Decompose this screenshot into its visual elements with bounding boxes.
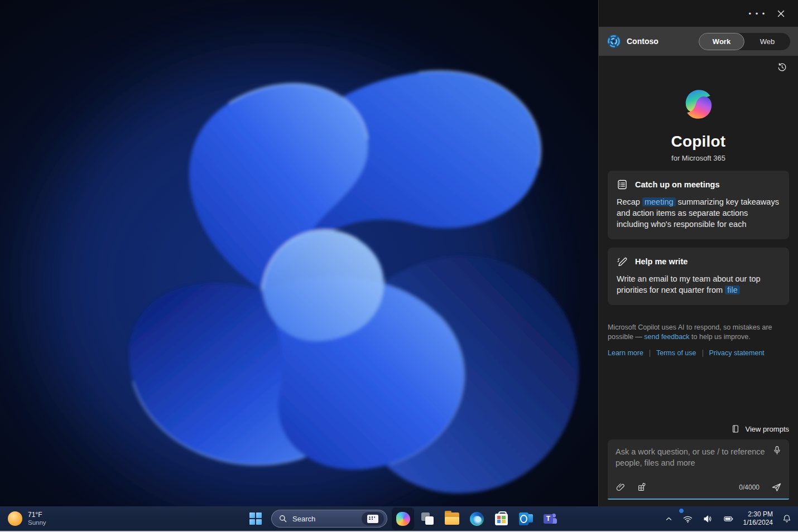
- file-explorer-icon: [445, 512, 459, 525]
- wifi-icon: [682, 514, 693, 524]
- search-highlight-icon: [367, 515, 378, 523]
- search-icon: [278, 514, 287, 523]
- card-head: Catch up on meetings: [617, 179, 780, 190]
- char-counter: 0/4000: [739, 483, 759, 491]
- prompt-card-write[interactable]: Help me write Write an email to my team …: [608, 248, 789, 305]
- network-button[interactable]: [680, 509, 696, 529]
- taskbar: 71°F Sunny Search: [0, 506, 798, 532]
- taskbar-center: Search: [244, 506, 561, 531]
- store-button[interactable]: [490, 507, 512, 530]
- search-highlight-badge: [362, 512, 384, 525]
- attach-button[interactable]: [616, 482, 626, 492]
- more-icon: • • •: [749, 10, 766, 17]
- weather-condition: Sunny: [28, 519, 46, 526]
- paperclip-icon: [616, 482, 626, 492]
- copilot-panel: • • • Contoso Work Web: [598, 0, 798, 506]
- panel-body: Copilot for Microsoft 365 Catch up on me…: [599, 56, 798, 506]
- hero: Copilot for Microsoft 365: [608, 86, 789, 162]
- close-icon: [777, 9, 785, 18]
- pencil-icon: [617, 256, 628, 267]
- network-status-badge: [679, 508, 684, 514]
- copilot-title: Copilot: [608, 133, 789, 151]
- plugins-button[interactable]: [637, 482, 647, 492]
- prompt-card-meetings[interactable]: Catch up on meetings Recap meeting summa…: [608, 171, 789, 239]
- system-tray: 2:30 PM 1/16/2024: [662, 506, 795, 531]
- history-row: [608, 56, 789, 74]
- history-button[interactable]: [775, 60, 789, 74]
- teams-button[interactable]: T: [539, 507, 561, 530]
- plugins-grid-icon: [637, 482, 647, 492]
- task-view-button[interactable]: [416, 507, 439, 530]
- brand: Contoso: [607, 34, 658, 49]
- file-explorer-button[interactable]: [441, 507, 463, 530]
- task-view-icon: [421, 512, 434, 525]
- speaker-icon: [703, 514, 713, 524]
- battery-icon: [723, 514, 734, 524]
- weather-text: 71°F Sunny: [28, 511, 46, 526]
- send-feedback-link[interactable]: send feedback: [644, 333, 689, 341]
- screen: • • • Contoso Work Web: [0, 0, 798, 532]
- tray-chevron-button[interactable]: [662, 509, 676, 529]
- toggle-work[interactable]: Work: [699, 33, 744, 50]
- search-placeholder: Search: [292, 515, 315, 523]
- chevron-up-icon: [665, 515, 673, 523]
- copilot-taskbar-icon: [396, 512, 410, 526]
- teams-icon: T: [544, 512, 557, 525]
- meeting-notes-icon: [617, 179, 628, 190]
- send-icon: [771, 481, 782, 493]
- card-body: Write an email to my team about our top …: [617, 273, 780, 296]
- clock-date: 1/16/2024: [743, 519, 773, 527]
- bell-icon: [782, 514, 792, 524]
- prompt-book-icon: [731, 424, 740, 433]
- toggle-web[interactable]: Web: [744, 33, 790, 50]
- outlook-button[interactable]: [515, 507, 537, 530]
- mic-button[interactable]: [772, 445, 782, 456]
- card-body-pre: Recap: [617, 197, 642, 206]
- file-chip[interactable]: file: [725, 286, 740, 294]
- outlook-icon: [519, 512, 533, 525]
- volume-button[interactable]: [700, 509, 716, 529]
- wallpaper-bloom: [0, 0, 598, 506]
- sun-icon: [8, 511, 22, 526]
- mic-icon: [772, 445, 782, 456]
- card-title: Help me write: [635, 257, 688, 266]
- start-button[interactable]: [244, 507, 267, 530]
- view-prompts-button[interactable]: View prompts: [608, 424, 789, 433]
- learn-more-link[interactable]: Learn more: [608, 349, 643, 357]
- edge-button[interactable]: [465, 507, 488, 530]
- search-box[interactable]: Search: [271, 510, 387, 528]
- clock[interactable]: 2:30 PM 1/16/2024: [741, 510, 775, 527]
- ai-disclaimer: Microsoft Copilot uses AI to respond, so…: [608, 323, 789, 342]
- terms-of-use-link[interactable]: Terms of use: [656, 349, 696, 357]
- brand-bar: Contoso Work Web: [599, 27, 798, 56]
- privacy-statement-link[interactable]: Privacy statement: [709, 349, 765, 357]
- chat-input[interactable]: [616, 445, 768, 481]
- copilot-subtitle: for Microsoft 365: [608, 154, 789, 162]
- composer: 0/4000: [608, 439, 789, 500]
- link-divider: [703, 350, 703, 357]
- close-button[interactable]: [771, 5, 790, 22]
- brand-name: Contoso: [627, 37, 658, 46]
- history-icon: [777, 62, 787, 72]
- desktop[interactable]: [0, 0, 598, 506]
- meeting-chip[interactable]: meeting: [642, 197, 676, 206]
- more-options-button[interactable]: • • •: [748, 5, 767, 22]
- card-head: Help me write: [617, 256, 780, 267]
- weather-temp: 71°F: [28, 511, 46, 519]
- clock-time: 2:30 PM: [743, 510, 773, 519]
- disclaimer-post: to help us improve.: [690, 333, 751, 341]
- contoso-logo-icon: [607, 34, 621, 49]
- battery-button[interactable]: [720, 509, 737, 529]
- store-icon: [495, 514, 508, 525]
- work-web-toggle: Work Web: [699, 33, 790, 50]
- card-title: Catch up on meetings: [635, 180, 719, 189]
- legal-links: Learn more Terms of use Privacy statemen…: [608, 349, 789, 357]
- view-prompts-label: View prompts: [745, 425, 789, 433]
- panel-topbar: • • •: [599, 0, 798, 27]
- send-button[interactable]: [771, 481, 782, 493]
- link-divider: [650, 350, 650, 357]
- notifications-button[interactable]: [779, 509, 795, 529]
- weather-widget[interactable]: 71°F Sunny: [8, 506, 46, 531]
- composer-toolbar: 0/4000: [616, 481, 782, 494]
- taskbar-copilot-button[interactable]: [392, 507, 414, 530]
